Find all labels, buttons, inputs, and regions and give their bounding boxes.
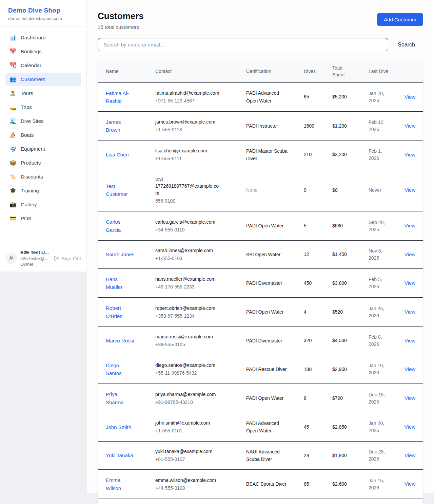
last-dive-date: Jan 10, 2026 (360, 355, 396, 384)
customer-phone: +39-555-0105 (155, 341, 233, 348)
customer-name-link[interactable]: James Brown (106, 118, 136, 134)
total-spent: $3,200 (324, 141, 360, 169)
view-link[interactable]: View (405, 481, 415, 487)
column-header-name: Name (98, 60, 147, 83)
page-title: Customers (98, 11, 144, 21)
last-dive-date: Feb 10, 2026 (360, 499, 396, 504)
pos-icon: 💳 (9, 215, 16, 222)
customer-name-link[interactable]: Test Customer (106, 182, 136, 198)
sidebar-item-trips[interactable]: 🚤 Trips (5, 100, 81, 114)
customer-phone: +81-555-0107 (155, 456, 233, 463)
last-dive-date: Feb 12, 2026 (360, 112, 396, 141)
total-spent: $0 (324, 169, 360, 211)
customer-phone: +91-98765-43210 (155, 399, 233, 406)
customers-icon: 👥 (9, 76, 16, 82)
column-header-certification: Certification (238, 60, 296, 83)
customer-email: sarah.jones@example.com (155, 247, 222, 254)
user-email: e2e-tester@... (20, 256, 51, 261)
dives-count: 1500 (296, 112, 324, 141)
page-header: Customers 15 total customers Add Custome… (98, 11, 423, 30)
certification: PADI Master Scuba Diver (246, 147, 290, 163)
customer-name-link[interactable]: Marco Rossi (106, 337, 134, 344)
customer-table-body: Fatima Al-Rashid fatima.alrashid@example… (98, 83, 423, 504)
dives-count: 320 (296, 327, 324, 355)
sidebar-item-label: Training (21, 188, 39, 193)
customer-name-link[interactable]: Diego Santos (106, 361, 136, 377)
boats-icon: ⛵ (9, 132, 16, 138)
dives-count: 5 (296, 211, 324, 241)
customer-email: fatima.alrashid@example.com (155, 90, 222, 97)
customer-name-link[interactable]: John Smith (106, 423, 131, 431)
training-icon: 🎓 (9, 187, 16, 194)
column-header-total-spent: Total Spent (324, 60, 360, 83)
certification: PADI Open Water (246, 394, 283, 402)
view-link[interactable]: View (405, 223, 415, 228)
add-customer-button[interactable]: Add Customer (377, 13, 423, 26)
sidebar-item-customers[interactable]: 👥 Customers (5, 73, 81, 86)
customer-name-link[interactable]: Sarah Jones (106, 250, 134, 258)
sidebar-item-discounts[interactable]: 🏷️ Discounts (5, 170, 81, 183)
table-row: Marco Rossi marco.rossi@example.com +39-… (98, 327, 423, 355)
customer-name-link[interactable]: Fatima Al-Rashid (106, 89, 136, 105)
sidebar-item-boats[interactable]: ⛵ Boats (5, 128, 81, 142)
view-link[interactable]: View (405, 251, 415, 257)
view-link[interactable]: View (405, 309, 415, 315)
table-row: Robert O'Brien robert.obrien@example.com… (98, 298, 423, 327)
view-link[interactable]: View (405, 338, 415, 343)
view-link[interactable]: View (405, 280, 415, 286)
customer-name-link[interactable]: Priya Sharma (106, 390, 136, 406)
certification: SSI Open Water (246, 251, 280, 258)
sidebar-item-label: Boats (21, 132, 34, 138)
user-info: E2E Test U... e2e-tester@... Owner (20, 250, 51, 267)
certification: PADI Rescue Diver (246, 366, 287, 373)
sidebar-item-dive-sites[interactable]: 🌊 Dive Sites (5, 114, 81, 128)
search-button[interactable]: Search (388, 42, 423, 48)
dives-count: 210 (296, 141, 324, 169)
dives-count: 12 (296, 241, 324, 269)
view-link[interactable]: View (405, 94, 415, 100)
total-spent: $520 (324, 298, 360, 327)
shop-title[interactable]: Demo Dive Shop (8, 7, 78, 14)
sidebar-item-training[interactable]: 🎓 Training (5, 184, 81, 197)
search-row: Search (98, 38, 423, 51)
view-link[interactable]: View (405, 123, 415, 129)
sidebar-item-label: POS (21, 216, 32, 221)
view-link[interactable]: View (405, 452, 415, 458)
table-row: Test Customer test-1772681807767@example… (98, 169, 423, 211)
table-row: Emma Wilson emma.wilson@example.com +44-… (98, 470, 423, 499)
view-link[interactable]: View (405, 187, 415, 193)
view-link[interactable]: View (405, 366, 415, 372)
table-row: Carlos Garcia carlos.garcia@example.com … (98, 211, 423, 241)
view-link[interactable]: View (405, 424, 415, 430)
search-input[interactable] (98, 38, 388, 51)
sidebar-item-pos[interactable]: 💳 POS (5, 212, 81, 225)
column-header-contact: Contact (147, 60, 238, 83)
dives-count: 450 (296, 269, 324, 298)
bookings-icon: 📅 (9, 48, 16, 55)
customer-name-link[interactable]: Hans Mueller (106, 275, 136, 291)
sidebar-item-dashboard[interactable]: 📊 Dashboard (5, 31, 81, 44)
sign-out-button[interactable]: Sign Out (54, 256, 81, 261)
sidebar-item-tours[interactable]: 🏝️ Tours (5, 87, 81, 100)
total-spent: $1,200 (324, 112, 360, 141)
customer-name-link[interactable]: Emma Wilson (106, 476, 136, 492)
customer-name-link[interactable]: Robert O'Brien (106, 304, 136, 320)
sidebar-item-calendar[interactable]: 📆 Calendar (5, 59, 81, 72)
customer-name-link[interactable]: Lisa Chen (106, 151, 129, 158)
view-link[interactable]: View (405, 152, 415, 157)
sidebar-item-products[interactable]: 📦 Products (5, 156, 81, 169)
dashboard-icon: 📊 (9, 34, 16, 41)
sidebar-item-equipment[interactable]: 🤿 Equipment (5, 142, 81, 155)
sidebar-item-label: Bookings (21, 49, 42, 54)
customer-email: emma.wilson@example.com (155, 477, 222, 484)
last-dive-date: Jan 25, 2026 (360, 298, 396, 327)
sidebar-item-bookings[interactable]: 📅 Bookings (5, 45, 81, 58)
certification: None (246, 186, 257, 194)
last-dive-date: Sep 20, 2025 (360, 211, 396, 241)
sidebar-item-label: Products (21, 160, 41, 166)
customer-name-link[interactable]: Yuki Tanaka (106, 451, 133, 459)
customer-phone: +971-55-123-4567 (155, 97, 233, 105)
sidebar-item-gallery[interactable]: 📸 Gallery (5, 198, 81, 211)
view-link[interactable]: View (405, 395, 415, 401)
customer-name-link[interactable]: Carlos Garcia (106, 218, 136, 234)
